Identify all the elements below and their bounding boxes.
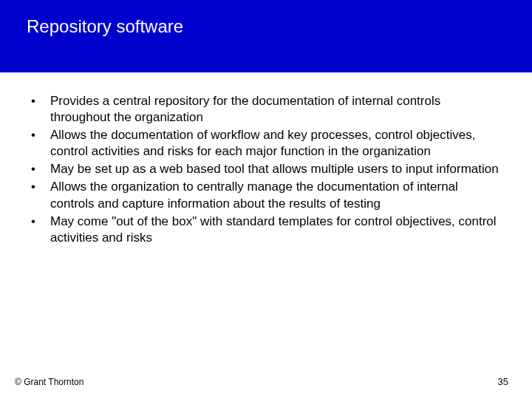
copyright-text: © Grant Thornton: [15, 377, 83, 387]
list-item: • Allows the organization to centrally m…: [30, 179, 502, 211]
bullet-marker: •: [30, 93, 50, 126]
bullet-marker: •: [30, 161, 50, 177]
slide-content: • Provides a central repository for the …: [0, 72, 532, 246]
page-number: 35: [498, 376, 508, 387]
list-item: • Provides a central repository for the …: [30, 93, 502, 126]
bullet-list: • Provides a central repository for the …: [30, 93, 502, 246]
bullet-text: May be set up as a web based tool that a…: [50, 161, 502, 177]
bullet-marker: •: [30, 127, 50, 160]
list-item: • May be set up as a web based tool that…: [30, 161, 502, 177]
slide-footer: © Grant Thornton 35: [0, 376, 532, 387]
bullet-marker: •: [30, 179, 50, 211]
bullet-text: May come "out of the box" with standard …: [50, 214, 502, 246]
list-item: • May come "out of the box" with standar…: [30, 214, 502, 246]
bullet-text: Provides a central repository for the do…: [50, 93, 502, 126]
bullet-marker: •: [30, 214, 50, 246]
bullet-text: Allows the organization to centrally man…: [50, 179, 502, 211]
slide-title: Repository software: [27, 16, 532, 37]
list-item: • Allows the documentation of workflow a…: [30, 127, 502, 160]
title-bar: Repository software: [0, 0, 532, 72]
bullet-text: Allows the documentation of workflow and…: [50, 127, 502, 160]
